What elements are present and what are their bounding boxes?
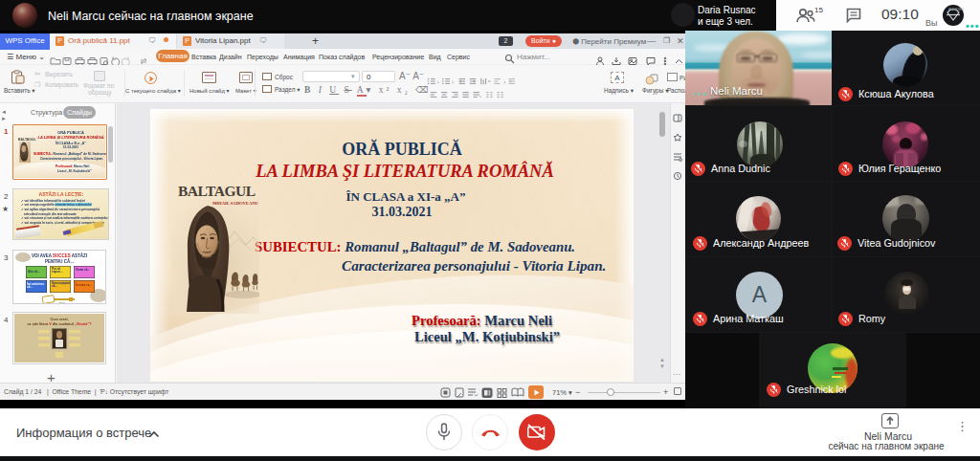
svg-text:BALTAGUL: BALTAGUL [178,184,256,199]
svg-text:MIHAIL SADOVEANU: MIHAIL SADOVEANU [212,201,259,206]
svg-text:15: 15 [814,6,823,14]
svg-text:AVENGED: AVENGED [948,8,964,11]
